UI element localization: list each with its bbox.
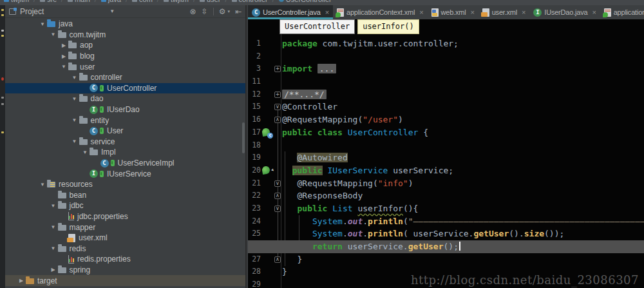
fold-marker-icon[interactable]: ∨ — [274, 104, 281, 110]
code-line[interactable]: 20➤ public IUserService userService; — [248, 164, 644, 177]
chevron-expanded-icon[interactable]: ▼ — [49, 32, 58, 37]
close-tab-icon[interactable]: × — [470, 8, 474, 16]
chevron-collapsed-icon[interactable]: ▶ — [59, 53, 68, 59]
hide-panel-icon[interactable]: ⇤ — [235, 7, 242, 16]
breadcrumb-item[interactable]: UserController — [279, 0, 332, 3]
chevron-expanded-icon[interactable]: ▼ — [70, 96, 79, 102]
tree-row[interactable]: user.xml — [5, 233, 245, 244]
spring-marker-icon — [111, 160, 115, 166]
tree-row[interactable]: ▶aop — [5, 40, 245, 51]
code-line[interactable]: 27∧ } — [248, 253, 644, 266]
chevron-expanded-icon[interactable]: ▼ — [70, 117, 79, 123]
chevron-expanded-icon[interactable]: ▼ — [70, 139, 79, 144]
code-line[interactable]: 22∧ @ResponseBody — [248, 189, 644, 202]
breadcrumb-item[interactable]: twjitm — [4, 0, 29, 3]
editor-tab[interactable]: CUserController.java× — [248, 5, 333, 19]
breadcrumb-item[interactable]: user — [200, 0, 220, 3]
code-line[interactable]: 1package com.twjitm.user.controller; — [248, 37, 644, 50]
chevron-collapsed-icon[interactable]: ▶ — [59, 43, 68, 48]
chevron-expanded-icon[interactable]: ▼ — [70, 75, 79, 81]
breadcrumb-item[interactable]: java — [101, 0, 121, 3]
editor-tab[interactable]: applicationContext.xml× — [333, 5, 428, 19]
tree-row[interactable]: ▼dao — [5, 93, 245, 104]
tree-row[interactable]: redis.properties — [5, 254, 245, 265]
chevron-collapsed-icon[interactable]: ▶ — [17, 278, 26, 283]
editor-tab[interactable]: IIUserDao.java× — [529, 5, 600, 19]
chevron-expanded-icon[interactable]: ▼ — [49, 245, 58, 251]
spring-autowired-icon[interactable]: ➤ — [262, 166, 272, 175]
tree-row[interactable]: CUserController — [5, 83, 245, 94]
fold-marker-icon[interactable]: ∨ — [274, 180, 281, 187]
spring-bean-class-icon[interactable]: c — [262, 128, 272, 137]
tree-row[interactable]: ▼jdbc — [5, 200, 245, 211]
code-line[interactable]: 25 System.out.println( userService.getUs… — [248, 227, 644, 240]
tree-row[interactable]: bean — [5, 190, 245, 201]
code-line[interactable]: 17cpublic class UserController { — [248, 126, 644, 139]
chevron-expanded-icon[interactable]: ▼ — [49, 224, 58, 230]
editor-tab[interactable]: applicationCo — [600, 5, 644, 19]
tree-row[interactable]: ▼service — [5, 137, 245, 148]
stripe-mark — [1, 30, 4, 32]
editor-tab[interactable]: user.xml× — [478, 5, 530, 19]
fold-marker-icon[interactable]: ∧ — [274, 256, 281, 263]
tree-row[interactable]: ▼entity — [5, 115, 245, 126]
tree-row[interactable]: ▼resources — [5, 179, 245, 190]
tree-row[interactable]: ▼redis — [5, 243, 245, 254]
settings-icon[interactable]: ⚙ — [219, 7, 226, 16]
breadcrumb-item[interactable]: twjitm — [164, 0, 189, 3]
code-line[interactable]: 11 — [248, 75, 644, 88]
tree-row[interactable]: ▼Impl — [5, 147, 245, 158]
code-line[interactable]: return userService.getUser(); — [248, 240, 644, 253]
chevron-expanded-icon[interactable]: ▼ — [49, 203, 58, 209]
fold-marker-icon[interactable]: + — [274, 66, 281, 72]
tree-row[interactable]: ▼controller — [5, 72, 245, 83]
tree-row[interactable]: ▼com.twjitm — [5, 30, 245, 41]
code-area[interactable]: 1package com.twjitm.user.controller;23+i… — [248, 37, 644, 288]
tree-row[interactable]: ▶spring — [5, 265, 245, 276]
tree-row[interactable]: ▼user — [5, 61, 245, 72]
breadcrumb-item[interactable]: controller — [232, 0, 268, 3]
code-line[interactable]: 23∨ public List userInfor(){ — [248, 202, 644, 215]
tree-row[interactable]: jdbc.properties — [5, 211, 245, 222]
chevron-collapsed-icon[interactable]: ▶ — [49, 267, 58, 273]
code-line[interactable]: 19 @Autowired — [248, 151, 644, 164]
tree-row[interactable]: ▼java — [5, 19, 245, 30]
code-line[interactable]: 18 — [248, 139, 644, 152]
breadcrumb-item[interactable]: com — [132, 0, 153, 3]
code-line[interactable]: 16∧@RequestMapping("/user") — [248, 113, 644, 126]
code-line[interactable]: 21∨ @RequestMapping("info") — [248, 177, 644, 190]
tree-row[interactable]: CUserServiceImpl — [5, 158, 245, 169]
chevron-expanded-icon[interactable]: ▼ — [59, 64, 68, 70]
fold-marker-icon[interactable]: ∧ — [274, 193, 281, 199]
fold-marker-icon[interactable]: ∧ — [274, 117, 281, 123]
breadcrumb[interactable]: twjitm/src/main/java/com/twjitm/user/con… — [0, 0, 644, 5]
code-line[interactable]: 2 — [248, 50, 644, 63]
locate-icon[interactable]: ⊗ — [190, 7, 196, 16]
close-tab-icon[interactable]: × — [419, 8, 423, 16]
tree-row[interactable]: ▶target — [5, 275, 245, 286]
chevron-expanded-icon[interactable]: ▼ — [38, 21, 47, 27]
close-tab-icon[interactable]: × — [592, 8, 596, 16]
chevron-expanded-icon[interactable]: ▼ — [80, 149, 90, 155]
editor-tab[interactable]: web.xml× — [428, 5, 478, 19]
tree-row[interactable]: ▶blog — [5, 51, 245, 62]
code-line[interactable]: 12+/**...*/ — [248, 88, 644, 101]
code-line[interactable]: 24 System.out.println("—————————————————… — [248, 215, 644, 228]
chevron-expanded-icon[interactable]: ▼ — [38, 182, 47, 187]
close-tab-icon[interactable]: × — [522, 8, 526, 16]
tree-row[interactable]: IIUserDao — [5, 104, 245, 115]
code-line[interactable]: 15∨@Controller — [248, 101, 644, 113]
breadcrumb-item[interactable]: main — [68, 0, 90, 3]
code-line[interactable]: 3+import ... — [248, 62, 644, 75]
breadcrumb-item[interactable]: src — [40, 0, 57, 3]
tree-row[interactable]: IIUserService — [5, 168, 245, 179]
tree-row[interactable]: CUser — [5, 126, 245, 137]
scrollbar-thumb[interactable] — [242, 122, 245, 153]
collapse-all-icon[interactable]: ⇳ — [202, 7, 208, 16]
fold-marker-icon[interactable]: ∨ — [274, 206, 281, 212]
editor-area[interactable]: CUserController.java×applicationContext.… — [248, 5, 644, 288]
chevron-down-icon[interactable]: ▼ — [109, 8, 115, 14]
fold-marker-icon[interactable]: + — [274, 91, 281, 98]
close-tab-icon[interactable]: × — [325, 8, 329, 16]
tree-row[interactable]: ▼mapper — [5, 222, 245, 233]
